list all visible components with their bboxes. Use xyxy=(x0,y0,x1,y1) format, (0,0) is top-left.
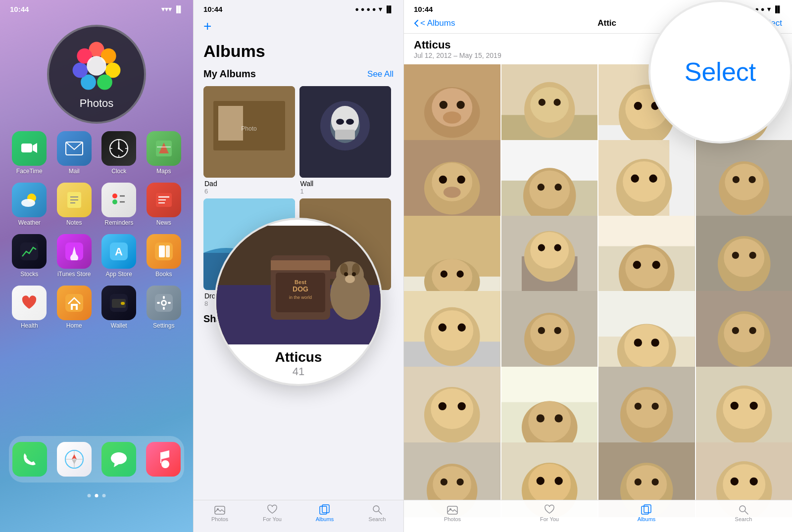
app-books[interactable]: Books xyxy=(144,234,185,278)
svg-point-127 xyxy=(444,187,461,198)
svg-rect-158 xyxy=(598,216,695,246)
s2-time: 10:44 xyxy=(203,5,222,13)
svg-point-132 xyxy=(537,184,544,191)
select-circle-overlay: Select xyxy=(648,0,792,144)
app-maps[interactable]: Maps xyxy=(144,131,185,175)
app-reminders[interactable]: Reminders xyxy=(99,183,140,226)
svg-point-223 xyxy=(626,465,667,504)
app-clock[interactable]: Clock xyxy=(99,131,140,175)
svg-point-224 xyxy=(635,479,642,485)
s3-foryou-tab-icon xyxy=(544,504,555,515)
s2-signal-icon: ● ● ● ● xyxy=(355,5,376,13)
stocks-icon xyxy=(12,234,47,269)
svg-point-193 xyxy=(439,402,446,410)
svg-rect-196 xyxy=(501,367,598,402)
dock-music[interactable] xyxy=(146,442,181,477)
appstore-icon: A xyxy=(101,234,136,269)
svg-point-213 xyxy=(433,466,471,503)
mail-icon xyxy=(57,131,92,166)
svg-rect-80 xyxy=(271,260,330,270)
svg-point-178 xyxy=(554,327,561,334)
app-weather[interactable]: Weather xyxy=(9,183,50,226)
app-home[interactable]: Home xyxy=(54,286,95,329)
dock-safari[interactable] xyxy=(57,442,92,477)
svg-point-220 xyxy=(554,477,562,485)
album-wall[interactable]: Wall 1 xyxy=(299,86,394,197)
svg-point-228 xyxy=(723,464,765,505)
app-health[interactable]: Health xyxy=(9,286,50,329)
svg-point-176 xyxy=(530,315,569,352)
app-notes[interactable]: Notes xyxy=(54,183,95,226)
app-stocks[interactable]: Stocks xyxy=(9,234,50,278)
s3-bottom-tabs: Photos For You Albums Search xyxy=(404,500,792,532)
tab-albums-s3[interactable]: Albums xyxy=(629,504,664,522)
svg-point-187 xyxy=(724,314,764,353)
svg-rect-62 xyxy=(160,452,161,463)
s2-battery-icon: ▐▌ xyxy=(385,5,394,13)
tab-search-s3[interactable]: Search xyxy=(726,504,761,522)
s3-photos-tab-icon xyxy=(447,504,458,515)
stocks-label: Stocks xyxy=(20,271,38,278)
app-news[interactable]: News xyxy=(144,183,185,226)
tab-photos-label-s2: Photos xyxy=(211,516,228,522)
svg-point-149 xyxy=(441,270,447,277)
tab-photos-s3[interactable]: Photos xyxy=(435,504,470,522)
atticus-album-circle[interactable]: Best DOG in the world Atticus 41 xyxy=(214,218,383,386)
tab-foryou-s3[interactable]: For You xyxy=(532,504,567,522)
see-all-button[interactable]: See All xyxy=(367,69,394,79)
tab-search-s2[interactable]: Search xyxy=(360,504,395,522)
time-display: 10:44 xyxy=(10,5,29,13)
app-settings[interactable]: Settings xyxy=(144,286,185,329)
svg-point-28 xyxy=(112,199,117,204)
music-icon xyxy=(146,442,181,477)
dock-phone[interactable] xyxy=(12,442,47,477)
svg-point-225 xyxy=(651,479,658,485)
books-icon xyxy=(147,234,181,269)
s3-time: 10:44 xyxy=(414,5,433,13)
album-dad[interactable]: Photo Dad 6 xyxy=(203,86,298,197)
my-albums-title: My Albums xyxy=(203,68,256,80)
app-itunes[interactable]: iTunes Store xyxy=(54,234,95,278)
svg-point-143 xyxy=(732,176,739,183)
svg-line-236 xyxy=(745,511,748,514)
home-label: Home xyxy=(66,322,82,329)
svg-text:in the world: in the world xyxy=(289,295,312,300)
svg-text:Best: Best xyxy=(295,279,306,285)
tab-albums-s2[interactable]: Albums xyxy=(307,504,342,522)
add-album-button[interactable]: + xyxy=(203,18,211,34)
svg-point-150 xyxy=(456,270,463,277)
app-facetime[interactable]: FaceTime xyxy=(9,131,50,175)
album-nav-title: Attic xyxy=(597,18,616,28)
svg-point-230 xyxy=(749,478,757,485)
atticus-album-count: 41 xyxy=(293,365,304,378)
back-to-albums-button[interactable]: < Albums xyxy=(414,18,455,28)
app-mail[interactable]: Mail xyxy=(54,131,95,175)
svg-point-155 xyxy=(538,244,544,251)
svg-rect-53 xyxy=(157,302,160,304)
foryou-tab-icon xyxy=(267,504,278,515)
page-dot-3 xyxy=(102,494,106,497)
photos-app-highlighted[interactable]: Photos xyxy=(47,25,146,124)
s3-wifi-icon: ▾ xyxy=(767,5,771,13)
wallet-label: Wallet xyxy=(111,322,127,329)
svg-point-5 xyxy=(73,62,88,78)
svg-line-97 xyxy=(379,511,382,514)
atticus-album-image: Best DOG in the world xyxy=(216,226,381,344)
svg-text:A: A xyxy=(115,245,123,258)
svg-point-148 xyxy=(432,259,472,294)
album-wall-name: Wall xyxy=(300,180,393,188)
messages-icon xyxy=(101,442,136,477)
album-wall-info: Wall 1 xyxy=(299,178,394,197)
app-appstore[interactable]: A App Store xyxy=(99,234,140,278)
tab-photos-s2[interactable]: Photos xyxy=(202,504,237,522)
news-label: News xyxy=(156,219,171,226)
page-dots xyxy=(88,494,106,497)
dock-messages[interactable] xyxy=(101,442,136,477)
svg-point-209 xyxy=(730,402,738,410)
phone-icon xyxy=(12,442,47,477)
s3-battery-icon: ▐▌ xyxy=(773,5,782,13)
tab-foryou-s2[interactable]: For You xyxy=(255,504,290,522)
app-wallet[interactable]: Wallet xyxy=(99,286,140,329)
s2-status-icons: ● ● ● ● ▾ ▐▌ xyxy=(355,5,394,13)
svg-point-89 xyxy=(345,275,355,283)
